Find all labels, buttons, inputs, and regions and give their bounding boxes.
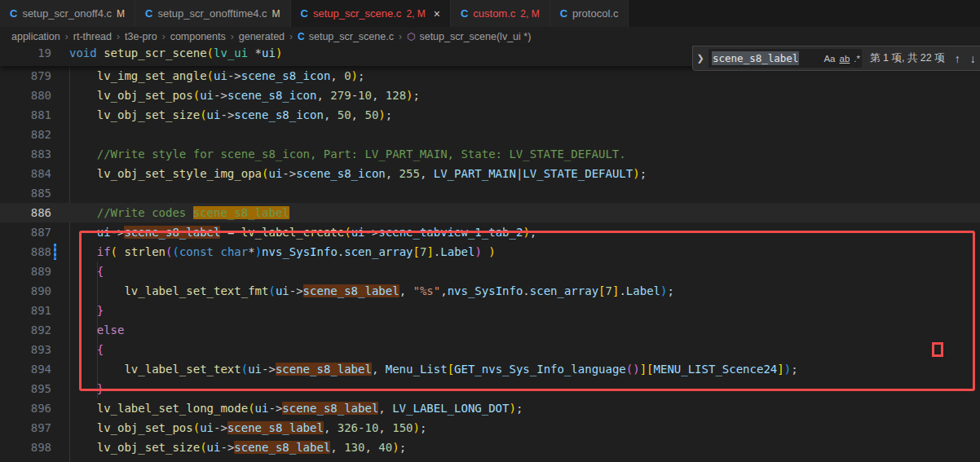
line-number[interactable]: 879	[0, 66, 51, 86]
line-number[interactable]: 890	[0, 281, 51, 301]
code-token: )	[378, 108, 385, 121]
breadcrumb-item[interactable]: rt-thread	[73, 31, 112, 42]
tab-custom.c[interactable]: Ccustom.c2, M	[451, 0, 550, 27]
line-number[interactable]: 882	[0, 125, 51, 144]
code-token	[69, 402, 97, 415]
breadcrumb: application›rt-thread›t3e-pro›components…	[0, 27, 980, 46]
code-line-881[interactable]: 881 lv_obj_set_size(ui->scene_s8_icon, 5…	[0, 105, 980, 125]
find-next-icon[interactable]: ↓	[970, 52, 976, 65]
code-line-880[interactable]: 880 lv_obj_set_pos(ui->scene_s8_icon, 27…	[0, 86, 980, 105]
code-token	[234, 226, 241, 239]
code-token: void	[69, 46, 97, 59]
code-line-888[interactable]: 888 if( strlen((const char*)nvs_SysInfo.…	[0, 242, 980, 262]
line-number[interactable]: 892	[0, 320, 51, 340]
find-input[interactable]: scene_s8_label Aa ab .*	[709, 49, 862, 68]
line-number[interactable]: 887	[0, 222, 51, 242]
code-line-884[interactable]: 884 lv_obj_set_style_img_opa(ui->scene_s…	[0, 164, 980, 183]
c-file-icon: C	[145, 7, 152, 20]
tab-badge: M	[272, 8, 280, 20]
code-token: ,	[372, 89, 386, 102]
line-number[interactable]: 895	[0, 379, 51, 398]
code-line-896[interactable]: 896 lv_label_set_long_mode(ui->scene_s8_…	[0, 398, 980, 418]
code-token: const	[179, 245, 214, 258]
close-icon[interactable]: ×	[434, 8, 440, 20]
breadcrumb-item[interactable]: components	[170, 31, 226, 42]
line-number[interactable]: 883	[0, 144, 51, 164]
match-case-icon[interactable]: Aa	[823, 54, 835, 64]
code-token: )	[509, 402, 515, 415]
code-token: "%s"	[413, 284, 440, 297]
code-token: .	[338, 245, 344, 258]
breadcrumb-item[interactable]: Csetup_scr_scene.c	[298, 31, 394, 42]
code-token: Menu_List	[386, 363, 448, 376]
line-number[interactable]: 894	[0, 359, 51, 379]
code-text: lv_label_set_text_fmt(ui->scene_s8_label…	[51, 281, 674, 301]
code-token: )	[255, 245, 262, 258]
breadcrumb-item[interactable]: generated	[239, 31, 285, 42]
code-token: ui	[200, 421, 214, 434]
whole-word-icon[interactable]: ab	[840, 54, 850, 64]
line-number[interactable]: 885	[0, 183, 51, 203]
line-number[interactable]: 896	[0, 398, 51, 418]
code-line-891[interactable]: 891 }	[0, 301, 980, 320]
code-token: )	[633, 363, 639, 376]
code-token	[69, 441, 97, 454]
tab-protocol.c[interactable]: Cprotocol.c	[550, 0, 629, 27]
line-number[interactable]: 898	[0, 438, 51, 457]
breadcrumb-label: application	[11, 31, 60, 42]
code-line-899[interactable]: 899	[0, 457, 980, 462]
code-line-886[interactable]: 886 //Write codes scene_s8_label	[0, 203, 980, 222]
code-line-887[interactable]: 887 ui->scene_s8_label = lv_label_create…	[0, 222, 980, 242]
code-line-883[interactable]: 883 //Write style for scene_s8_icon, Par…	[0, 144, 980, 164]
tab-setup_scr_onoff4.c[interactable]: Csetup_scr_onoff4.cM	[0, 0, 135, 27]
code-token: strlen	[124, 245, 166, 258]
code-line-894[interactable]: 894 lv_label_set_text(ui->scene_s8_label…	[0, 359, 980, 379]
code-line-892[interactable]: 892 else	[0, 320, 980, 340]
code-token: (	[268, 284, 275, 297]
tab-setup_scr_scene.c[interactable]: Csetup_scr_scene.c2, M×	[291, 0, 451, 27]
line-number[interactable]: 899	[0, 457, 51, 462]
line-number[interactable]: 889	[0, 262, 51, 281]
code-token: lv_obj_set_size	[97, 441, 200, 454]
line-number[interactable]: 886	[0, 203, 51, 222]
line-number[interactable]: 880	[0, 86, 51, 105]
code-line-889[interactable]: 889 {	[0, 262, 980, 281]
regex-icon[interactable]: .*	[854, 54, 860, 64]
code-line-895[interactable]: 895 }	[0, 379, 980, 398]
code-line-885[interactable]: 885	[0, 183, 980, 203]
line-number[interactable]: 888	[0, 242, 51, 262]
code-line-898[interactable]: 898 lv_obj_set_size(ui->scene_s8_label, …	[0, 438, 980, 457]
code-token: )	[406, 89, 413, 102]
code-token	[69, 147, 97, 161]
line-number[interactable]: 881	[0, 105, 51, 125]
code-token	[69, 108, 97, 121]
code-token	[69, 284, 124, 297]
code-token: (	[200, 441, 206, 454]
line-number[interactable]: 891	[0, 301, 51, 320]
breadcrumb-label: setup_scr_scene(lv_ui *)	[419, 31, 531, 42]
line-number[interactable]: 893	[0, 340, 51, 359]
code-token	[69, 363, 124, 376]
code-editor[interactable]: 19 void setup_scr_scene(lv_ui *ui) 879 l…	[0, 46, 980, 462]
code-token: (	[193, 421, 200, 434]
code-token: 150	[392, 421, 413, 434]
code-token: ,	[420, 167, 434, 180]
breadcrumb-item[interactable]: t3e-pro	[125, 31, 157, 42]
line-number[interactable]: 884	[0, 164, 51, 183]
code-text: lv_obj_set_size(ui->scene_s8_label, 130,…	[51, 438, 406, 457]
tab-setup_scr_onofftime4.c[interactable]: Csetup_scr_onofftime4.cM	[135, 0, 291, 27]
breadcrumb-item[interactable]: ⬡setup_scr_scene(lv_ui *)	[407, 31, 531, 42]
code-token: ui	[262, 46, 276, 59]
code-line-890[interactable]: 890 lv_label_set_text_fmt(ui->scene_s8_l…	[0, 281, 980, 301]
toggle-replace-chevron-icon[interactable]: ❯	[695, 53, 706, 64]
code-line-893[interactable]: 893 {	[0, 340, 980, 359]
code-text: lv_obj_set_size(ui->scene_s8_icon, 50, 5…	[51, 105, 392, 125]
code-token: ;	[413, 89, 420, 102]
tab-badge: 2, M	[520, 8, 539, 20]
line-number[interactable]: 897	[0, 418, 51, 438]
breadcrumb-item[interactable]: application	[11, 31, 60, 42]
code-line-882[interactable]: 882	[0, 125, 980, 144]
find-previous-icon[interactable]: ↑	[955, 52, 960, 65]
code-token: {	[97, 343, 104, 356]
code-line-897[interactable]: 897 lv_obj_set_pos(ui->scene_s8_label, 3…	[0, 418, 980, 438]
